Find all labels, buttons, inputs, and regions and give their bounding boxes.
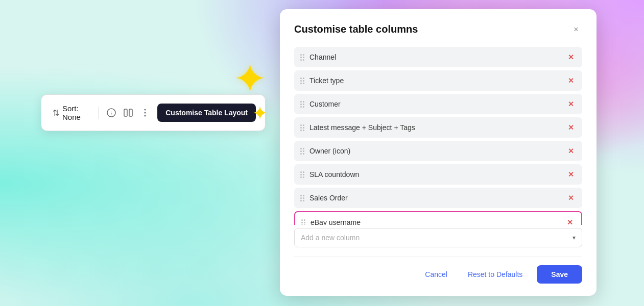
drag-handle-ticket-type[interactable] (300, 78, 304, 84)
column-item-sla[interactable]: SLA countdown ✕ (294, 164, 582, 185)
column-item-latest-message[interactable]: Latest message + Subject + Tags ✕ (294, 117, 582, 138)
remove-button-latest-message[interactable]: ✕ (566, 122, 576, 133)
remove-button-owner[interactable]: ✕ (566, 146, 576, 156)
column-item-channel[interactable]: Channel ✕ (294, 47, 582, 67)
drag-handle-latest-message[interactable] (300, 124, 304, 131)
toolbar-divider (99, 107, 99, 119)
chevron-down-icon: ▾ (573, 234, 576, 241)
drag-handle-sales-order[interactable] (300, 195, 304, 201)
svg-rect-3 (129, 109, 132, 116)
cancel-button[interactable]: Cancel (419, 266, 454, 283)
remove-button-sales-order[interactable]: ✕ (566, 193, 576, 203)
column-name-sales-order: Sales Order (309, 194, 561, 202)
toolbar-card: ⇅ Sort: None i Customise Table Layout (41, 94, 266, 131)
add-column-dropdown[interactable]: Add a new column ▾ (294, 228, 582, 247)
column-item-ebay-username[interactable]: eBay username ✕ (294, 211, 582, 225)
drag-handle-owner[interactable] (300, 148, 304, 155)
column-item-customer[interactable]: Customer ✕ (294, 94, 582, 114)
svg-point-5 (144, 112, 146, 114)
drag-handle-channel[interactable] (300, 54, 304, 61)
svg-rect-2 (124, 109, 127, 116)
svg-text:i: i (111, 111, 112, 116)
column-name-channel: Channel (309, 53, 561, 61)
tooltip-label: Customise Table Layout (157, 104, 256, 122)
add-column-placeholder: Add a new column (301, 234, 567, 242)
close-button[interactable]: × (570, 23, 582, 36)
remove-button-channel[interactable]: ✕ (566, 52, 576, 62)
column-name-customer: Customer (309, 100, 561, 108)
info-button[interactable]: i (105, 105, 118, 121)
column-name-latest-message: Latest message + Subject + Tags (309, 123, 561, 132)
sort-icon: ⇅ (53, 108, 59, 118)
remove-button-customer[interactable]: ✕ (566, 99, 576, 109)
column-item-sales-order[interactable]: Sales Order ✕ (294, 188, 582, 208)
modal-footer: Cancel Reset to Defaults Save (294, 257, 582, 284)
more-button[interactable] (138, 105, 151, 121)
reset-button[interactable]: Reset to Defaults (462, 266, 529, 283)
svg-point-6 (144, 115, 146, 117)
column-name-ticket-type: Ticket type (309, 76, 561, 85)
modal: Customise table columns × Channel ✕ (280, 9, 597, 296)
column-list: Channel ✕ Ticket type ✕ Customer (294, 47, 582, 225)
modal-header: Customise table columns × (294, 23, 582, 36)
remove-button-sla[interactable]: ✕ (566, 169, 576, 180)
columns-button[interactable] (122, 105, 135, 121)
svg-point-4 (144, 109, 146, 111)
drag-handle-ebay-username[interactable] (301, 219, 305, 225)
drag-handle-sla[interactable] (300, 171, 304, 178)
column-item-ticket-type[interactable]: Ticket type ✕ (294, 70, 582, 91)
column-name-ebay-username: eBay username (311, 218, 560, 225)
drag-handle-customer[interactable] (300, 101, 304, 108)
toolbar-row: ⇅ Sort: None i Customise Table Layout (49, 102, 256, 123)
remove-button-ticket-type[interactable]: ✕ (566, 75, 576, 86)
column-item-owner[interactable]: Owner (icon) ✕ (294, 141, 582, 161)
sort-button[interactable]: ⇅ Sort: None (49, 102, 92, 123)
sort-label: Sort: None (62, 104, 88, 121)
column-name-sla: SLA countdown (309, 170, 561, 178)
column-name-owner: Owner (icon) (309, 147, 561, 155)
save-button[interactable]: Save (537, 265, 582, 284)
modal-title: Customise table columns (294, 23, 418, 35)
remove-button-ebay-username[interactable]: ✕ (565, 217, 575, 225)
